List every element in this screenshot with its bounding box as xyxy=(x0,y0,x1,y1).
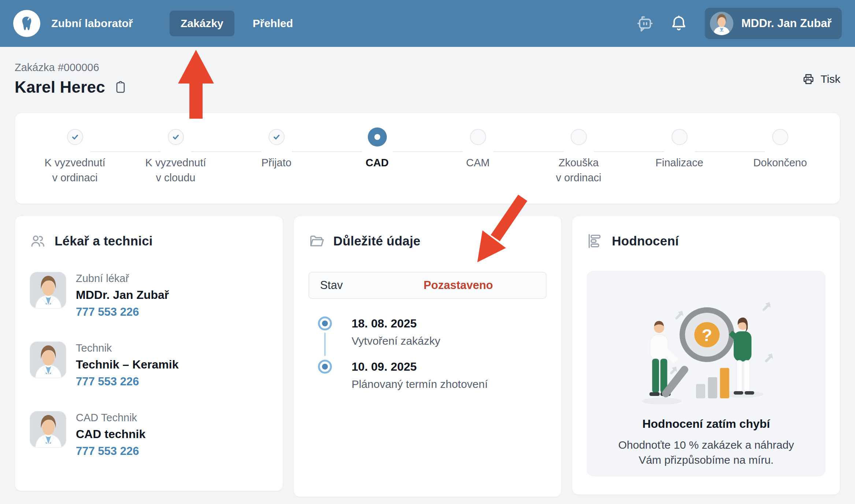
page-title: Karel Herec xyxy=(15,78,105,96)
step-finalizace: Finalizace xyxy=(629,127,730,185)
event-label: Vytvoření zakázky xyxy=(352,335,440,347)
step-done-dot xyxy=(67,129,83,145)
step-done-dot xyxy=(168,129,184,145)
timeline-marker-column xyxy=(308,360,341,390)
step-todo-dot xyxy=(671,129,688,145)
step-zkouska-v-ordinaci: Zkouška v ordinaci xyxy=(528,127,629,185)
doctor-avatar-illustration xyxy=(30,272,66,308)
brand-title: Zubní laboratoř xyxy=(51,17,133,30)
important-details-card: Důležité údaje Stav Pozastaveno 18. 08. … xyxy=(293,216,562,497)
check-icon xyxy=(172,133,180,141)
page-content: Zakázka #000006 Karel Herec Tisk xyxy=(0,47,855,497)
status-label: Stav xyxy=(320,279,343,292)
order-progress-card: K vyzvednutí v ordinaci K vyzvednutí v c… xyxy=(15,112,840,204)
member-avatar xyxy=(30,341,66,378)
timeline-event-due: 10. 09. 2025 Plánovaný termín zhotovení xyxy=(308,360,547,390)
rating-empty-title: Hodnocení zatím chybí xyxy=(598,417,814,431)
user-menu[interactable]: MDDr. Jan Zubař xyxy=(705,8,842,39)
step-todo-dot xyxy=(772,129,788,145)
details-card-title: Důležité údaje xyxy=(333,234,421,248)
doctor-avatar-illustration xyxy=(710,12,733,35)
step-label: Zkouška v ordinaci xyxy=(556,155,601,185)
step-label: Dokončeno xyxy=(753,155,807,170)
rating-card-title: Hodnocení xyxy=(612,234,679,248)
team-member-cad-technician: CAD Technik CAD technik 777 553 226 xyxy=(30,411,268,458)
clipboard-icon xyxy=(115,81,126,94)
member-role: Technik xyxy=(76,342,178,354)
navbar-right: MDDr. Jan Zubař xyxy=(636,8,842,39)
member-role: CAD Technik xyxy=(76,412,145,424)
notifications-button[interactable] xyxy=(670,14,688,33)
printer-icon xyxy=(802,73,815,85)
top-navbar: Zubní laboratoř Zakázky Přehled xyxy=(0,0,855,47)
nav-tab-prehled[interactable]: Přehled xyxy=(242,11,304,36)
bell-icon xyxy=(670,14,688,33)
step-cam: CAM xyxy=(428,127,528,185)
check-icon xyxy=(273,133,281,141)
member-avatar xyxy=(30,411,66,448)
user-avatar xyxy=(710,12,733,35)
check-icon xyxy=(71,133,79,141)
team-card: Lékař a technici Zubní lékař xyxy=(15,216,283,491)
event-date: 18. 08. 2025 xyxy=(352,317,440,330)
order-stepper: K vyzvednutí v ordinaci K vyzvednutí v c… xyxy=(25,127,830,185)
status-value-badge: Pozastaveno xyxy=(423,279,493,292)
step-k-vyzvednuti-v-cloudu: K vyzvednutí v cloudu xyxy=(125,127,226,185)
member-phone-link[interactable]: 777 553 226 xyxy=(76,375,178,388)
event-label: Plánovaný termín zhotovení xyxy=(352,378,488,390)
event-date: 10. 09. 2025 xyxy=(352,360,488,374)
team-member-dentist: Zubní lékař MDDr. Jan Zubař 777 553 226 xyxy=(30,272,268,319)
bar-chart-icon xyxy=(587,233,603,249)
step-dokonceno: Dokončeno xyxy=(730,127,830,185)
users-icon xyxy=(30,233,46,249)
print-button[interactable]: Tisk xyxy=(802,73,840,85)
rating-card: Hodnocení xyxy=(572,216,840,495)
step-done-dot xyxy=(269,129,285,145)
folder-open-icon xyxy=(308,233,325,249)
order-number: Zakázka #000006 xyxy=(15,62,126,74)
chat-button[interactable] xyxy=(636,14,656,33)
app-logo[interactable] xyxy=(13,10,40,37)
page-header: Zakázka #000006 Karel Herec Tisk xyxy=(15,62,840,96)
step-label: K vyzvednutí v cloudu xyxy=(145,155,206,185)
step-label: CAD xyxy=(366,155,389,170)
svg-text:?: ? xyxy=(702,326,712,345)
main-nav: Zakázky Přehled xyxy=(170,11,304,36)
member-avatar xyxy=(30,272,66,308)
member-name: Technik – Keramik xyxy=(76,358,178,371)
member-role: Zubní lékař xyxy=(76,273,169,285)
step-active-dot xyxy=(368,127,387,147)
step-todo-dot xyxy=(571,129,587,145)
doctor-avatar-illustration xyxy=(30,342,66,378)
step-prijato: Přijato xyxy=(226,127,327,185)
rating-empty-illustration: ? xyxy=(628,290,785,408)
step-label: Finalizace xyxy=(655,155,703,170)
team-card-title: Lékař a technici xyxy=(55,234,153,248)
cards-row: Lékař a technici Zubní lékař xyxy=(15,216,840,497)
timeline-event-created: 18. 08. 2025 Vytvoření zakázky xyxy=(308,316,547,347)
rating-empty-text: Ohodnoťte 10 % zakázek a náhrady Vám při… xyxy=(598,437,814,468)
member-phone-link[interactable]: 777 553 226 xyxy=(76,445,145,458)
step-label: Přijato xyxy=(261,155,291,170)
timeline-marker-column xyxy=(308,316,341,347)
order-heading: Zakázka #000006 Karel Herec xyxy=(15,62,126,96)
timeline-dot xyxy=(318,316,332,330)
timeline-dot xyxy=(318,360,332,374)
order-timeline: 18. 08. 2025 Vytvoření zakázky 10. 09. 2… xyxy=(308,316,547,390)
step-label: CAM xyxy=(466,155,489,170)
chat-bot-icon xyxy=(636,14,656,33)
step-k-vyzvednuti-v-ordinaci: K vyzvednutí v ordinaci xyxy=(25,127,125,185)
copy-name-button[interactable] xyxy=(115,81,126,94)
rating-empty-state: ? Hodnocení zatím chybí Oho xyxy=(587,271,825,476)
tooth-icon xyxy=(18,15,35,32)
nav-tab-zakazky[interactable]: Zakázky xyxy=(170,11,234,36)
member-name: CAD technik xyxy=(76,427,145,441)
doctor-avatar-illustration xyxy=(30,411,66,448)
status-row[interactable]: Stav Pozastaveno xyxy=(308,272,547,299)
member-phone-link[interactable]: 777 553 226 xyxy=(76,305,169,319)
member-name: MDDr. Jan Zubař xyxy=(76,288,169,302)
user-name: MDDr. Jan Zubař xyxy=(741,17,832,30)
step-cad-current: CAD xyxy=(327,127,428,185)
step-label: K vyzvednutí v ordinaci xyxy=(44,155,105,185)
step-todo-dot xyxy=(470,129,486,145)
